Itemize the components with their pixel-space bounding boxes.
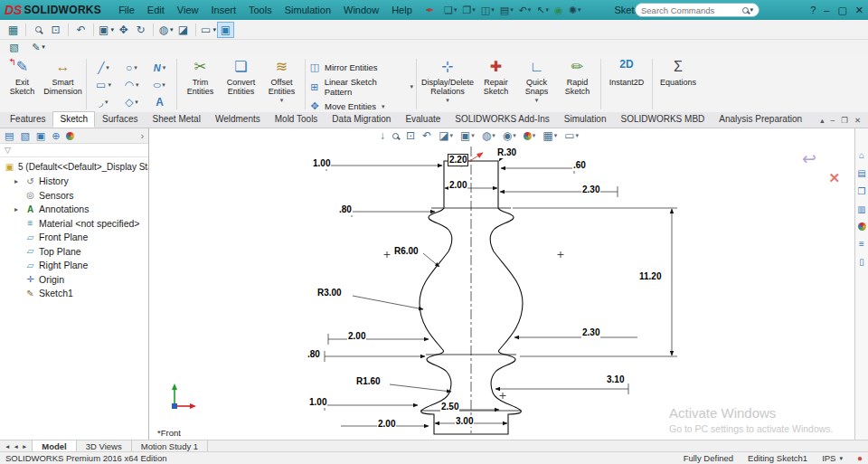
dimension-label[interactable]: 3.00 [455,416,474,427]
panel-flyout-arrow-icon[interactable]: › [141,131,144,141]
display-style-button[interactable]: ◍▾ [482,129,495,142]
tree-item-material[interactable]: ≡ Material <not specified> [0,216,148,231]
polygon-tool-button[interactable]: ◇▾ [118,93,146,110]
split-left-icon[interactable]: ◄ [13,443,18,450]
quick-snaps-button[interactable]: ∟ Quick Snaps ▾ [516,56,557,112]
dimension-label[interactable]: .80 [338,204,353,215]
tab-data-migration[interactable]: Data Migration [325,111,398,128]
graphics-area[interactable]: 1.002.20R.30.602.002.30.80R6.0011.20R3.0… [149,128,854,440]
configuration-manager-tab-icon[interactable]: ▣ [36,130,45,142]
chevron-down-icon[interactable]: ▾ [382,103,385,110]
doc-restore-button[interactable]: ❐ [841,116,848,125]
chevron-down-icon[interactable]: ▾ [546,6,550,14]
dimension-label[interactable]: R6.00 [393,246,420,257]
text-tool-button[interactable]: A [146,93,174,110]
chevron-down-icon[interactable]: ▾ [454,6,458,14]
scene-button[interactable]: ▭▾ [200,22,217,38]
tree-root[interactable]: ▣ 5 (Default<<Default>_Display State 1>) [0,160,148,175]
rectangle-tool-button[interactable]: ▭▾ [90,76,118,93]
tab-solidworks-add-ins[interactable]: SOLIDWORKS Add-Ins [448,111,556,128]
tab-model[interactable]: Model [33,440,76,451]
tree-item-annotations[interactable]: ▸ A Annotations [0,203,148,217]
tree-item-top-plane[interactable]: ▱ Top Plane [0,244,148,259]
close-button[interactable]: ✕ [855,5,863,16]
menu-help[interactable]: Help [385,2,419,18]
chevron-down-icon[interactable]: ▾ [134,64,137,71]
solidworks-resources-icon[interactable]: ⌂ [859,150,864,160]
tab-solidworks-mbd[interactable]: SOLIDWORKS MBD [614,111,712,128]
chevron-down-icon[interactable]: ▾ [535,97,539,104]
search-icon[interactable] [742,7,749,14]
menu-view[interactable]: View [171,2,205,18]
menu-simulation[interactable]: Simulation [278,2,337,18]
zoom-fit-button[interactable] [30,22,47,38]
dimension-label[interactable]: R.30 [496,147,517,158]
dimension-label[interactable]: 2.30 [581,327,600,338]
sketch-settings-button[interactable]: ✎▾ [30,39,47,55]
chevron-down-icon[interactable]: ▾ [446,97,449,104]
view-orientation-button[interactable]: ▣▾ [98,22,115,38]
ellipse-tool-button[interactable]: ○▾ [146,76,174,93]
dimension-label[interactable]: 2.00 [347,331,366,342]
chevron-down-icon[interactable]: ▾ [576,132,580,139]
tab-mold-tools[interactable]: Mold Tools [268,111,326,128]
print-button[interactable]: ▤▾ [497,4,516,17]
chevron-down-icon[interactable]: ▾ [212,26,216,33]
chevron-down-icon[interactable]: ▾ [472,6,476,14]
appearances-scenes-icon[interactable] [858,223,866,231]
menu-edit[interactable]: Edit [141,2,171,18]
arc-tool-button[interactable]: ◠▾ [118,76,146,93]
chevron-down-icon[interactable]: ▾ [105,99,108,106]
tree-item-right-plane[interactable]: ▱ Right Plane [0,259,148,273]
zoom-area-button[interactable]: ⊡ [47,22,64,38]
chevron-down-icon[interactable]: ▾ [280,97,284,104]
tree-item-front-plane[interactable]: ▱ Front Plane [0,231,148,245]
zoom-fit-button[interactable] [392,133,399,139]
chevron-down-icon[interactable]: ▾ [510,6,514,14]
apply-scene-button[interactable]: ▦▾ [542,129,557,142]
previous-view-button[interactable]: ↶ [422,129,431,142]
doc-minimize-button[interactable]: – [831,116,835,125]
split-right-icon[interactable]: ► [22,443,27,450]
confirmation-corner-cancel-icon[interactable]: ✕ [828,170,840,186]
linear-sketch-pattern-button[interactable]: ⊞Linear Sketch Pattern▾ [308,77,413,97]
display-delete-relations-button[interactable]: ⊹ Display/Delete Relations ▾ [420,56,476,112]
grid-snap-button[interactable]: ▧ [5,39,23,55]
sketch-canvas[interactable] [149,128,854,440]
menu-pin-icon[interactable]: ✒ [426,5,434,16]
property-manager-tab-icon[interactable]: ▧ [20,130,29,142]
chevron-down-icon[interactable]: ▾ [578,6,581,14]
tab-simulation[interactable]: Simulation [557,111,614,128]
doc-close-button[interactable]: ✕ [854,116,861,125]
menu-file[interactable]: File [112,2,141,18]
dimension-label[interactable]: 2.50 [440,402,459,412]
split-left-icon[interactable]: ◄ [5,443,10,450]
menu-window[interactable]: Window [337,2,385,18]
section-view-button[interactable]: ◪▾ [439,129,453,142]
tab-features[interactable]: Features [3,111,52,128]
undo-button[interactable]: ↶▾ [516,4,534,17]
chevron-down-icon[interactable]: ▾ [162,81,165,89]
mirror-entities-button[interactable]: ◫Mirror Entities [308,62,413,73]
design-library-icon[interactable]: ▤ [857,168,865,178]
tab-evaluate[interactable]: Evaluate [398,111,448,128]
units-selector[interactable]: IPS ▾ [822,453,843,463]
chevron-down-icon[interactable]: ▾ [492,132,495,139]
dimension-label[interactable]: .60 [572,160,587,171]
line-tool-button[interactable]: ╱▾ [90,59,118,76]
chevron-down-icon[interactable]: ▾ [528,6,532,14]
previous-view-button[interactable]: ↶ [72,22,90,38]
chevron-down-icon[interactable]: ▾ [136,81,139,89]
shaded-view-button[interactable]: ▣ [217,22,234,38]
dimension-label[interactable]: 2.20 [448,154,468,166]
search-commands-box[interactable]: ▾ [635,3,760,17]
tree-item-origin[interactable]: ✛ Origin [0,272,148,287]
circle-tool-button[interactable]: ○▾ [118,59,146,76]
dimension-label[interactable]: 3.10 [606,374,625,385]
minimize-button[interactable]: – [824,5,829,15]
convert-entities-button[interactable]: ❏ Convert Entities [221,56,261,112]
view-settings-button[interactable]: ▭▾ [564,129,579,142]
dimension-label[interactable]: R1.60 [355,376,382,387]
instant2d-button[interactable]: 2D Instant2D [604,56,649,112]
tree-item-history[interactable]: ▸ ↺ History [0,175,148,189]
